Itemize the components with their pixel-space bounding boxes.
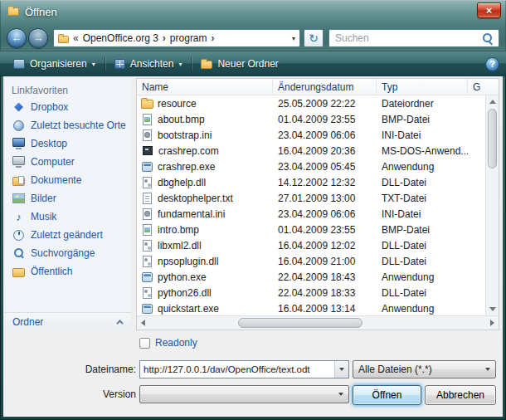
sidebar-item-searches[interactable]: Suchvorgänge <box>5 244 131 262</box>
file-type: INI-Datei <box>377 208 468 220</box>
folders-expander[interactable]: Ordner <box>5 312 131 330</box>
refresh-button[interactable]: ↻ <box>304 29 324 47</box>
file-type: Dateiordner <box>377 98 468 110</box>
search-box <box>328 29 499 47</box>
chevron-down-icon: ▾ <box>178 61 182 68</box>
sidebar-item-label: Dropbox <box>31 101 68 113</box>
sidebar-item-recent-places[interactable]: Zuletzt besuchte Orte <box>5 116 131 134</box>
readonly-checkbox[interactable] <box>139 338 150 349</box>
breadcrumb-item-program[interactable]: program <box>170 32 207 44</box>
breadcrumb-item-openoffice[interactable]: OpenOffice.org 3 <box>83 32 158 44</box>
searches-icon <box>12 247 25 259</box>
recent-places-icon <box>12 120 25 131</box>
filetype-select[interactable]: Alle Dateien (*.*) <box>353 360 496 378</box>
new-folder-button[interactable]: Neuer Ordner <box>194 55 285 73</box>
column-header-date[interactable]: Änderungsdatum <box>273 79 377 95</box>
search-input[interactable] <box>329 32 481 44</box>
breadcrumb-overflow-chevron[interactable]: « <box>73 32 79 44</box>
bmp-file-icon <box>143 224 152 236</box>
sidebar-item-computer[interactable]: Computer <box>5 153 131 171</box>
titlebar[interactable]: Öffnen × <box>0 0 506 25</box>
close-icon: × <box>486 4 493 17</box>
folder-icon <box>58 36 69 43</box>
file-row[interactable]: crashrep.com 16.04.2009 20:36 MS-DOS-Anw… <box>137 143 485 159</box>
cancel-button[interactable]: Abbrechen <box>425 385 496 405</box>
navigation-bar: ← → « OpenOffice.org 3 › program › ▾ ↻ <box>0 25 506 51</box>
toolbar-separator <box>105 56 105 71</box>
file-row[interactable]: dbghelp.dll 14.12.2002 12:32 DLL-Datei <box>137 174 485 190</box>
dll-file-icon <box>143 240 152 252</box>
sidebar-item-desktop[interactable]: Desktop <box>5 134 131 153</box>
back-button[interactable]: ← <box>7 28 27 48</box>
file-date: 27.01.2009 13:00 <box>273 193 377 204</box>
new-folder-icon <box>201 61 212 69</box>
filename-dropdown-button[interactable] <box>334 361 348 378</box>
file-row[interactable]: fundamental.ini 23.04.2009 06:06 INI-Dat… <box>137 206 485 222</box>
msdos-file-icon <box>143 146 153 155</box>
sidebar-item-label: Öffentlich <box>31 266 72 277</box>
sidebar-item-label: Dokumente <box>31 174 81 186</box>
filetype-value: Alle Dateien (*.*) <box>358 364 485 375</box>
help-button[interactable]: ? <box>485 57 499 71</box>
dropbox-icon <box>12 101 25 113</box>
favorites-header: Linkfavoriten <box>5 78 131 98</box>
recently-changed-icon <box>12 229 25 241</box>
open-button[interactable]: Öffnen <box>353 385 421 405</box>
close-button[interactable]: × <box>477 2 501 18</box>
file-row[interactable]: about.bmp 01.04.2009 23:55 BMP-Datei <box>137 111 485 127</box>
bmp-file-icon <box>143 114 152 125</box>
search-icon[interactable] <box>481 32 494 45</box>
file-row[interactable]: quickstart.exe 16.04.2009 13:14 Anwendun… <box>137 300 485 315</box>
views-button[interactable]: Ansichten ▾ <box>108 55 189 73</box>
sidebar-item-music[interactable]: ♪ Musik <box>5 208 131 226</box>
file-row[interactable]: crashrep.exe 23.04.2009 05:45 Anwendung <box>137 159 485 174</box>
ini-file-icon <box>143 129 152 141</box>
help-icon: ? <box>489 59 495 69</box>
breadcrumb-dropdown-caret[interactable]: ▾ <box>292 35 295 42</box>
file-name: python.exe <box>158 271 207 283</box>
file-row[interactable]: npsoplugin.dll 16.04.2009 21:00 DLL-Date… <box>137 253 485 269</box>
organize-button[interactable]: Organisieren ▾ <box>7 55 102 73</box>
chevron-down-icon <box>339 368 344 371</box>
horizontal-scrollbar-thumb[interactable] <box>238 318 362 328</box>
new-folder-label: Neuer Ordner <box>217 58 278 70</box>
chevron-right-icon[interactable]: › <box>163 32 166 44</box>
vertical-scrollbar-thumb[interactable] <box>488 109 497 168</box>
file-row[interactable]: desktophelper.txt 27.01.2009 13:00 TXT-D… <box>137 190 485 206</box>
sidebar-item-documents[interactable]: Dokumente <box>5 171 131 189</box>
scroll-left-arrow-icon[interactable] <box>141 320 145 326</box>
sidebar-item-public[interactable]: Öffentlich <box>5 262 131 281</box>
forward-button[interactable]: → <box>28 28 48 48</box>
column-header-size[interactable]: G <box>468 79 499 95</box>
file-date: 14.12.2002 12:32 <box>273 177 377 188</box>
file-row[interactable]: resource 25.05.2009 22:22 Dateiordner <box>137 95 485 111</box>
vertical-scrollbar[interactable] <box>485 95 499 315</box>
chevron-right-icon[interactable]: › <box>212 32 215 44</box>
window-chrome: Öffnen × ← → « OpenOffice.org 3 › progra… <box>0 0 506 51</box>
exe-file-icon <box>142 304 153 314</box>
toolbar-separator <box>191 56 192 71</box>
version-select[interactable] <box>139 385 349 403</box>
breadcrumb[interactable]: « OpenOffice.org 3 › program › ▾ <box>53 29 300 47</box>
filename-input[interactable] <box>140 361 334 378</box>
file-list: Name Änderungsdatum Typ G resource 25.05… <box>136 78 499 330</box>
horizontal-scrollbar[interactable] <box>137 315 499 330</box>
file-row[interactable]: python.exe 22.04.2009 18:43 Anwendung <box>137 269 485 285</box>
file-date: 23.04.2009 06:06 <box>273 208 377 220</box>
documents-icon <box>12 174 25 186</box>
scroll-down-arrow-icon[interactable] <box>489 307 496 311</box>
file-row[interactable]: python26.dll 22.04.2009 18:33 DLL-Datei <box>137 285 485 300</box>
column-header-type[interactable]: Typ <box>377 79 468 95</box>
sidebar-item-recently-changed[interactable]: Zuletzt geändert <box>5 226 131 244</box>
file-type: Anwendung <box>377 161 468 173</box>
sidebar: Linkfavoriten Dropbox Zuletzt besuchte O… <box>5 78 131 330</box>
sidebar-item-pictures[interactable]: Bilder <box>5 189 131 208</box>
file-row[interactable]: libxml2.dll 16.04.2009 12:02 DLL-Datei <box>137 237 485 253</box>
column-header-name[interactable]: Name <box>137 79 273 95</box>
readonly-label[interactable]: Readonly <box>155 337 197 349</box>
sidebar-item-dropbox[interactable]: Dropbox <box>5 98 131 116</box>
file-row[interactable]: bootstrap.ini 23.04.2009 06:06 INI-Datei <box>137 127 485 143</box>
file-row[interactable]: intro.bmp 01.04.2009 23:55 BMP-Datei <box>137 222 485 237</box>
scroll-right-arrow-icon[interactable] <box>490 320 494 326</box>
scroll-up-arrow-icon[interactable] <box>489 100 496 104</box>
